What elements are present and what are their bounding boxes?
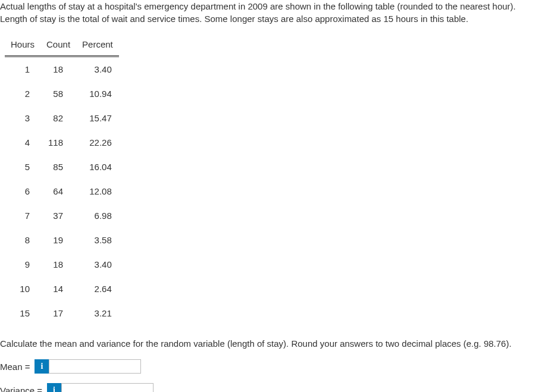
problem-statement: Actual lengths of stay at a hospital's e… <box>0 0 545 25</box>
cell-hours: 15 <box>5 301 40 325</box>
cell-percent: 2.64 <box>76 277 119 301</box>
cell-percent: 12.08 <box>76 179 119 203</box>
table-row: 8 19 3.58 <box>5 228 119 252</box>
cell-percent: 22.26 <box>76 130 119 155</box>
cell-percent: 3.40 <box>76 252 119 277</box>
cell-percent: 3.40 <box>76 57 119 82</box>
cell-count: 58 <box>40 81 76 106</box>
table-row: 6 64 12.08 <box>5 179 119 203</box>
table-row: 2 58 10.94 <box>5 81 119 106</box>
data-table: Hours Count Percent 1 18 3.40 2 58 10.94… <box>5 36 119 325</box>
cell-count: 19 <box>40 228 76 252</box>
info-icon[interactable]: i <box>47 383 61 392</box>
table-body: 1 18 3.40 2 58 10.94 3 82 15.47 4 118 22… <box>5 57 119 326</box>
cell-count: 17 <box>40 301 76 325</box>
header-count: Count <box>40 36 76 57</box>
cell-hours: 5 <box>5 155 40 179</box>
table-row: 4 118 22.26 <box>5 130 119 155</box>
instruction-text: Calculate the mean and variance for the … <box>0 338 545 349</box>
cell-percent: 16.04 <box>76 155 119 179</box>
mean-answer-row: Mean = i <box>0 359 545 374</box>
variance-input[interactable] <box>61 383 154 392</box>
cell-hours: 4 <box>5 130 40 155</box>
cell-hours: 6 <box>5 179 40 203</box>
table-row: 5 85 16.04 <box>5 155 119 179</box>
cell-percent: 10.94 <box>76 81 119 106</box>
cell-hours: 7 <box>5 203 40 228</box>
cell-hours: 8 <box>5 228 40 252</box>
cell-count: 82 <box>40 106 76 130</box>
variance-label: Variance = <box>0 385 42 393</box>
mean-input[interactable] <box>49 359 141 374</box>
cell-count: 18 <box>40 57 76 82</box>
cell-hours: 9 <box>5 252 40 277</box>
header-hours: Hours <box>5 36 40 57</box>
cell-count: 85 <box>40 155 76 179</box>
cell-count: 18 <box>40 252 76 277</box>
table-row: 3 82 15.47 <box>5 106 119 130</box>
table-row: 9 18 3.40 <box>5 252 119 277</box>
cell-percent: 3.58 <box>76 228 119 252</box>
cell-percent: 6.98 <box>76 203 119 228</box>
table-row: 1 18 3.40 <box>5 57 119 82</box>
cell-hours: 1 <box>5 57 40 82</box>
table-row: 15 17 3.21 <box>5 301 119 325</box>
table-header-row: Hours Count Percent <box>5 36 119 57</box>
cell-count: 14 <box>40 277 76 301</box>
cell-count: 118 <box>40 130 76 155</box>
header-percent: Percent <box>76 36 119 57</box>
cell-percent: 3.21 <box>76 301 119 325</box>
cell-hours: 10 <box>5 277 40 301</box>
table-row: 10 14 2.64 <box>5 277 119 301</box>
cell-count: 64 <box>40 179 76 203</box>
table-row: 7 37 6.98 <box>5 203 119 228</box>
info-icon[interactable]: i <box>35 359 49 374</box>
intro-line-2: Length of stay is the total of wait and … <box>0 14 468 24</box>
cell-percent: 15.47 <box>76 106 119 130</box>
variance-answer-row: Variance = i <box>0 383 545 392</box>
cell-hours: 3 <box>5 106 40 130</box>
mean-label: Mean = <box>0 362 30 372</box>
intro-line-1: Actual lengths of stay at a hospital's e… <box>0 1 516 11</box>
cell-hours: 2 <box>5 81 40 106</box>
cell-count: 37 <box>40 203 76 228</box>
